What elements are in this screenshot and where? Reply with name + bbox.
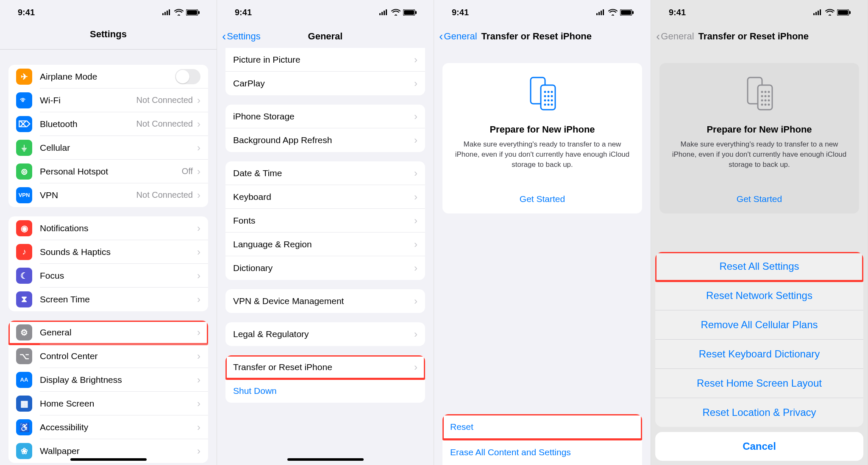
back-button[interactable]: ‹ General: [439, 30, 477, 42]
home-indicator[interactable]: [70, 458, 147, 461]
svg-rect-0: [162, 13, 164, 15]
settings-row-cellular[interactable]: ⏚Cellular›: [8, 136, 208, 160]
general-group: VPN & Device Management›: [225, 289, 425, 313]
settings-row-vpn[interactable]: VPNVPNNot Connected›: [8, 183, 208, 207]
svg-point-29: [544, 100, 546, 102]
svg-rect-41: [849, 11, 851, 14]
general-row-vpn-device-management[interactable]: VPN & Device Management›: [225, 289, 425, 313]
settings-row-notifications[interactable]: ◉Notifications›: [8, 216, 208, 240]
general-row-background-app-refresh[interactable]: Background App Refresh›: [225, 128, 425, 152]
get-started-link: Get Started: [670, 194, 848, 204]
cellular-icon: ⏚: [16, 140, 32, 156]
chevron-right-icon: ›: [197, 190, 200, 200]
status-icons: [162, 9, 200, 16]
airplane-icon: ✈: [16, 69, 32, 85]
screen-transfer-reset: 9:41 ‹ General Transfer or Reset iPhone …: [434, 0, 651, 465]
battery-icon: [620, 9, 634, 16]
chevron-right-icon: ›: [414, 55, 417, 65]
card-heading: Prepare for New iPhone: [453, 124, 631, 135]
general-row-fonts[interactable]: Fonts›: [225, 209, 425, 233]
svg-point-25: [551, 91, 553, 93]
svg-rect-1: [164, 12, 166, 15]
row-label: CarPlay: [233, 78, 414, 89]
general-row-date-time[interactable]: Date & Time›: [225, 161, 425, 185]
settings-row-airplane-mode[interactable]: ✈Airplane Mode: [8, 65, 208, 89]
svg-point-32: [544, 104, 546, 106]
settings-group: ⚙General›⌥Control Center›AADisplay & Bri…: [8, 321, 208, 463]
back-label: General: [661, 31, 694, 42]
settings-row-focus[interactable]: ☾Focus›: [8, 264, 208, 288]
signal-icon: [162, 9, 172, 15]
general-row-picture-in-picture[interactable]: Picture in Picture›: [225, 48, 425, 72]
devices-icon: [526, 77, 559, 111]
settings-row-general[interactable]: ⚙General›: [8, 321, 208, 344]
general-row-carplay[interactable]: CarPlay›: [225, 72, 425, 95]
settings-row-wi-fi[interactable]: ᯤWi-FiNot Connected›: [8, 89, 208, 112]
general-row-dictionary[interactable]: Dictionary›: [225, 256, 425, 280]
row-label: Notifications: [40, 223, 197, 233]
general-content[interactable]: Picture in Picture›CarPlay›iPhone Storag…: [217, 48, 434, 465]
settings-row-bluetooth[interactable]: ⌦BluetoothNot Connected›: [8, 112, 208, 136]
status-bar: 9:41: [217, 0, 434, 25]
chevron-right-icon: ›: [197, 223, 200, 233]
svg-point-49: [768, 95, 770, 97]
general-row-keyboard[interactable]: Keyboard›: [225, 185, 425, 209]
chevron-right-icon: ›: [414, 296, 417, 306]
sheet-item-reset-location-privacy[interactable]: Reset Location & Privacy: [655, 398, 863, 427]
row-label: Date & Time: [233, 168, 414, 178]
general-row-language-region[interactable]: Language & Region›: [225, 233, 425, 256]
svg-rect-43: [758, 85, 772, 110]
chevron-right-icon: ›: [414, 78, 417, 89]
settings-row-screen-time[interactable]: ⧗Screen Time›: [8, 288, 208, 311]
chevron-right-icon: ›: [414, 329, 417, 339]
get-started-link[interactable]: Get Started: [453, 194, 631, 204]
sheet-item-remove-all-cellular-plans[interactable]: Remove All Cellular Plans: [655, 310, 863, 340]
sheet-cancel-button[interactable]: Cancel: [655, 432, 863, 461]
sheet-item-reset-all-settings[interactable]: Reset All Settings: [655, 252, 863, 281]
option-reset[interactable]: Reset: [442, 414, 642, 440]
sheet-item-reset-network-settings[interactable]: Reset Network Settings: [655, 281, 863, 310]
settings-row-home-screen[interactable]: ▦Home Screen›: [8, 392, 208, 415]
general-row-legal-regulatory[interactable]: Legal & Regulatory›: [225, 322, 425, 346]
svg-rect-37: [818, 11, 819, 15]
general-group: Date & Time›Keyboard›Fonts›Language & Re…: [225, 161, 425, 280]
chevron-right-icon: ›: [197, 271, 200, 281]
prepare-card: Prepare for New iPhone Make sure everyth…: [442, 63, 642, 213]
row-detail: Off: [182, 166, 193, 176]
settings-content[interactable]: ✈Airplane ModeᯤWi-FiNot Connected›⌦Bluet…: [0, 50, 217, 465]
general-row-shut-down[interactable]: Shut Down: [225, 379, 425, 403]
svg-point-26: [544, 95, 546, 97]
back-button: ‹ General: [656, 30, 694, 42]
hotspot-icon: ⊚: [16, 163, 32, 180]
row-label: iPhone Storage: [233, 111, 414, 122]
chevron-right-icon: ›: [197, 119, 200, 129]
devices-icon: [743, 77, 776, 111]
control-center-icon: ⌥: [16, 348, 32, 364]
transfer-content: Prepare for New iPhone Make sure everyth…: [434, 48, 651, 465]
settings-row-sounds-haptics[interactable]: ♪Sounds & Haptics›: [8, 240, 208, 264]
status-time: 9:41: [669, 8, 686, 17]
settings-row-accessibility[interactable]: ♿Accessibility›: [8, 415, 208, 439]
settings-row-personal-hotspot[interactable]: ⊚Personal HotspotOff›: [8, 160, 208, 183]
toggle-switch[interactable]: [175, 69, 200, 84]
svg-rect-38: [820, 9, 821, 15]
status-time: 9:41: [18, 8, 35, 17]
chevron-right-icon: ›: [197, 399, 200, 409]
chevron-right-icon: ›: [197, 446, 200, 456]
chevron-right-icon: ›: [414, 192, 417, 202]
option-erase-all-content-and-settings[interactable]: Erase All Content and Settings: [442, 440, 642, 465]
svg-rect-7: [379, 13, 381, 15]
sheet-item-reset-keyboard-dictionary[interactable]: Reset Keyboard Dictionary: [655, 340, 863, 369]
sounds-icon: ♪: [16, 244, 32, 260]
settings-row-display-brightness[interactable]: AADisplay & Brightness›: [8, 368, 208, 392]
chevron-right-icon: ›: [414, 263, 417, 273]
general-row-iphone-storage[interactable]: iPhone Storage›: [225, 105, 425, 128]
svg-point-34: [551, 104, 553, 106]
general-row-transfer-or-reset-iphone[interactable]: Transfer or Reset iPhone›: [225, 355, 425, 379]
home-indicator[interactable]: [287, 458, 364, 461]
back-button[interactable]: ‹ Settings: [222, 30, 261, 42]
settings-group: ◉Notifications›♪Sounds & Haptics›☾Focus›…: [8, 216, 208, 311]
settings-row-control-center[interactable]: ⌥Control Center›: [8, 344, 208, 368]
svg-point-45: [764, 91, 766, 93]
sheet-item-reset-home-screen-layout[interactable]: Reset Home Screen Layout: [655, 369, 863, 398]
